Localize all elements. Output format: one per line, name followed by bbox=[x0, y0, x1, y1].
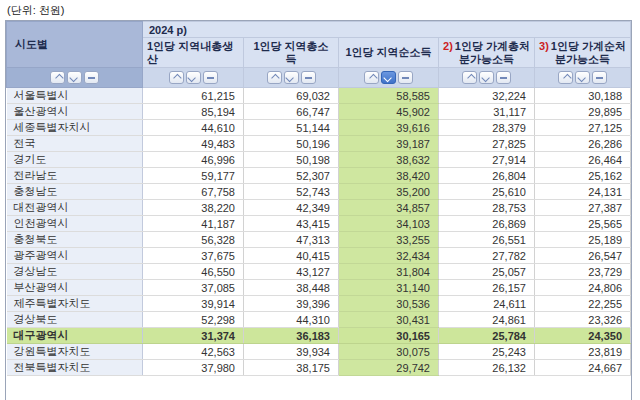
table-row: 광주광역시37,67540,41532,43427,78226,547 bbox=[7, 248, 631, 264]
value-cell: 66,747 bbox=[244, 104, 339, 120]
value-cell: 25,610 bbox=[439, 184, 535, 200]
value-cell: 52,307 bbox=[244, 168, 339, 184]
region-cell: 충청남도 bbox=[7, 184, 143, 200]
region-cell: 경상남도 bbox=[7, 264, 143, 280]
sort-desc-button[interactable] bbox=[67, 71, 82, 84]
sort-asc-button[interactable] bbox=[267, 71, 282, 84]
value-cell: 85,194 bbox=[143, 104, 244, 120]
value-cell: 49,483 bbox=[143, 136, 244, 152]
sort-remove-button[interactable] bbox=[496, 71, 511, 84]
table-row: 울산광역시85,19466,74745,90231,11729,895 bbox=[7, 104, 631, 120]
region-cell: 강원특별자치도 bbox=[7, 344, 143, 360]
value-cell: 27,825 bbox=[439, 136, 535, 152]
table-row: 부산광역시37,08538,44831,14026,15724,806 bbox=[7, 280, 631, 296]
value-cell: 43,127 bbox=[244, 264, 339, 280]
table-row: 제주특별자치도39,91439,39630,53624,61122,255 bbox=[7, 296, 631, 312]
table-row: 세종특별자치시44,61051,14439,61628,37927,125 bbox=[7, 120, 631, 136]
region-cell: 세종특별자치시 bbox=[7, 120, 143, 136]
chevron-down-icon bbox=[577, 74, 585, 82]
value-cell: 31,140 bbox=[339, 280, 439, 296]
sort-asc-button[interactable] bbox=[364, 71, 379, 84]
chevron-down-icon bbox=[69, 74, 77, 82]
value-cell: 23,729 bbox=[535, 264, 631, 280]
sort-remove-button[interactable] bbox=[203, 71, 218, 84]
sort-asc-button[interactable] bbox=[462, 71, 477, 84]
column-header-label: 1인당 가계순처분가능소득 bbox=[551, 40, 626, 65]
chevron-up-icon bbox=[173, 74, 181, 82]
sort-asc-button[interactable] bbox=[169, 71, 184, 84]
chevron-down-icon bbox=[187, 74, 195, 82]
value-cell: 27,125 bbox=[535, 120, 631, 136]
value-cell: 31,804 bbox=[339, 264, 439, 280]
chevron-up-icon bbox=[55, 74, 63, 82]
sort-desc-button[interactable] bbox=[186, 71, 201, 84]
value-cell: 38,448 bbox=[244, 280, 339, 296]
sort-asc-button[interactable] bbox=[558, 71, 573, 84]
region-cell: 울산광역시 bbox=[7, 104, 143, 120]
table-row: 경기도46,99650,19838,63227,91426,464 bbox=[7, 152, 631, 168]
value-cell: 29,895 bbox=[535, 104, 631, 120]
value-cell: 39,616 bbox=[339, 120, 439, 136]
row-header-title: 시도별 bbox=[7, 22, 143, 68]
value-cell: 40,415 bbox=[244, 248, 339, 264]
value-cell: 47,313 bbox=[244, 232, 339, 248]
value-cell: 32,434 bbox=[339, 248, 439, 264]
minus-icon bbox=[305, 77, 312, 79]
region-cell: 전국 bbox=[7, 136, 143, 152]
value-cell: 32,224 bbox=[439, 88, 535, 104]
value-cell: 31,374 bbox=[143, 328, 244, 344]
sort-asc-button[interactable] bbox=[50, 71, 65, 84]
value-cell: 36,183 bbox=[244, 328, 339, 344]
sort-remove-button[interactable] bbox=[301, 71, 316, 84]
value-cell: 25,057 bbox=[439, 264, 535, 280]
value-cell: 30,536 bbox=[339, 296, 439, 312]
column-header: 1인당 지역순소득 bbox=[339, 38, 439, 68]
sort-desc-button[interactable] bbox=[284, 71, 299, 84]
table-row: 대구광역시31,37436,18330,16525,78424,350 bbox=[7, 328, 631, 344]
statistics-table: 시도별 2024 p) 1인당 지역내총생산1인당 지역총소득1인당 지역순소득… bbox=[5, 20, 632, 400]
value-cell: 25,243 bbox=[439, 344, 535, 360]
value-cell: 69,032 bbox=[244, 88, 339, 104]
value-cell: 43,415 bbox=[244, 216, 339, 232]
region-cell: 대전광역시 bbox=[7, 200, 143, 216]
value-cell: 38,175 bbox=[244, 360, 339, 376]
value-cell: 39,914 bbox=[143, 296, 244, 312]
column-header: 1인당 지역총소득 bbox=[244, 38, 339, 68]
column-header-label: 1인당 지역순소득 bbox=[345, 46, 431, 58]
sort-remove-button[interactable] bbox=[592, 71, 607, 84]
value-cell: 46,550 bbox=[143, 264, 244, 280]
value-cell: 25,784 bbox=[439, 328, 535, 344]
value-cell: 52,298 bbox=[143, 312, 244, 328]
value-cell: 42,349 bbox=[244, 200, 339, 216]
value-cell: 26,286 bbox=[535, 136, 631, 152]
value-cell: 52,743 bbox=[244, 184, 339, 200]
chevron-up-icon bbox=[563, 74, 571, 82]
value-cell: 56,328 bbox=[143, 232, 244, 248]
sort-desc-button[interactable] bbox=[575, 71, 590, 84]
value-cell: 51,144 bbox=[244, 120, 339, 136]
value-cell: 26,804 bbox=[439, 168, 535, 184]
minus-icon bbox=[402, 77, 409, 79]
value-cell: 25,565 bbox=[535, 216, 631, 232]
value-cell: 37,085 bbox=[143, 280, 244, 296]
value-cell: 34,857 bbox=[339, 200, 439, 216]
footnote-marker: 3) bbox=[539, 40, 549, 52]
footnote-marker: 2) bbox=[443, 40, 453, 52]
sort-desc-button[interactable] bbox=[381, 71, 396, 84]
value-cell: 26,464 bbox=[535, 152, 631, 168]
region-cell: 경상북도 bbox=[7, 312, 143, 328]
value-cell: 38,220 bbox=[143, 200, 244, 216]
sort-remove-button[interactable] bbox=[398, 71, 413, 84]
value-cell: 67,758 bbox=[143, 184, 244, 200]
value-cell: 26,869 bbox=[439, 216, 535, 232]
region-cell: 대구광역시 bbox=[7, 328, 143, 344]
table-row: 대전광역시38,22042,34934,85728,75327,387 bbox=[7, 200, 631, 216]
sort-remove-button[interactable] bbox=[84, 71, 99, 84]
column-header: 2)1인당 가계총처분가능소득 bbox=[439, 38, 535, 68]
sort-desc-button[interactable] bbox=[479, 71, 494, 84]
value-cell: 44,610 bbox=[143, 120, 244, 136]
value-cell: 42,563 bbox=[143, 344, 244, 360]
value-cell: 37,980 bbox=[143, 360, 244, 376]
value-cell: 25,189 bbox=[535, 232, 631, 248]
minus-icon bbox=[88, 77, 95, 79]
